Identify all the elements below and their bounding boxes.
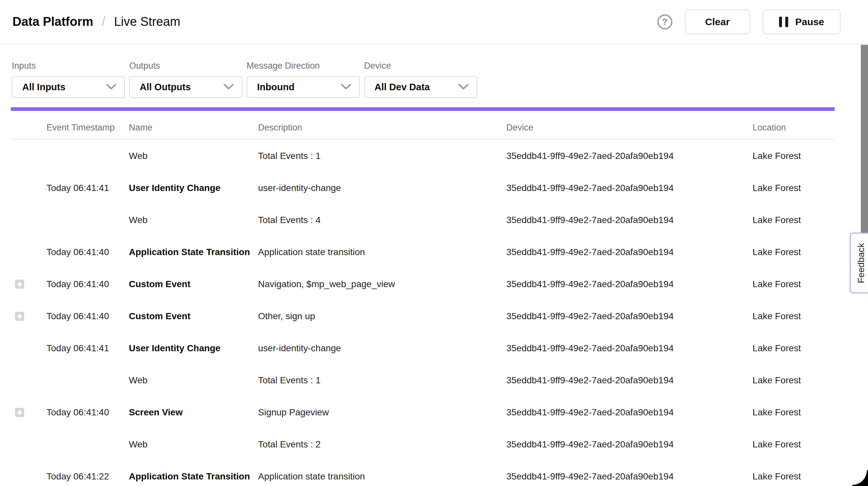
table-row[interactable]: Today 06:41:40 Screen View Signup Pagevi… <box>11 396 835 428</box>
table-row[interactable]: Today 06:41:40 Application State Transit… <box>11 236 835 268</box>
breadcrumb-separator: / <box>102 13 106 29</box>
event-name: Web <box>129 215 258 225</box>
chevron-down-icon <box>106 84 117 90</box>
table-row[interactable]: Web Total Events : 4 35eddb41-9ff9-49e2-… <box>11 204 835 236</box>
device-dropdown-value: All Dev Data <box>374 82 430 93</box>
event-device: 35eddb41-9ff9-49e2-7aed-20afa90eb194 <box>506 439 752 450</box>
event-name: Custom Event <box>129 311 258 322</box>
event-description: user-identity-change <box>258 183 506 193</box>
event-device: 35eddb41-9ff9-49e2-7aed-20afa90eb194 <box>506 183 752 193</box>
expand-cell <box>11 344 46 353</box>
filter-inputs: Inputs All Inputs <box>12 61 125 98</box>
filter-bar: Inputs All Inputs Outputs All Outputs Me… <box>12 61 477 98</box>
event-device: 35eddb41-9ff9-49e2-7aed-20afa90eb194 <box>506 407 752 418</box>
chevron-down-icon <box>223 84 234 90</box>
column-header-device: Device <box>506 123 752 133</box>
expand-cell <box>11 151 46 160</box>
clear-button[interactable]: Clear <box>685 9 750 34</box>
top-bar: Data Platform / Live Stream ? Clear Paus… <box>0 0 868 44</box>
event-description: Total Events : 1 <box>258 151 506 161</box>
message-direction-dropdown[interactable]: Inbound <box>247 76 360 98</box>
event-device: 35eddb41-9ff9-49e2-7aed-20afa90eb194 <box>506 247 752 257</box>
pause-button[interactable]: Pause <box>763 9 840 34</box>
event-timestamp: Today 06:41:40 <box>46 407 129 418</box>
accent-divider <box>11 107 835 111</box>
pause-button-label: Pause <box>796 17 824 28</box>
event-location: Lake Forest <box>752 471 835 482</box>
event-name: Web <box>129 151 258 161</box>
event-device: 35eddb41-9ff9-49e2-7aed-20afa90eb194 <box>506 471 752 482</box>
event-name: User Identity Change <box>129 183 258 193</box>
expand-cell <box>11 248 46 257</box>
expand-plus-icon[interactable] <box>15 408 24 417</box>
table-header: Event Timestamp Name Description Device … <box>11 111 835 139</box>
filter-inputs-label: Inputs <box>12 61 125 71</box>
event-name: User Identity Change <box>129 343 258 354</box>
filter-outputs: Outputs All Outputs <box>129 61 242 98</box>
table-row[interactable]: Today 06:41:40 Custom Event Other, sign … <box>11 300 835 332</box>
event-name: Screen View <box>129 407 258 418</box>
event-device: 35eddb41-9ff9-49e2-7aed-20afa90eb194 <box>506 343 752 354</box>
vertical-scrollbar[interactable] <box>861 45 868 233</box>
event-timestamp: Today 06:41:22 <box>46 471 129 482</box>
expand-cell <box>11 440 46 449</box>
event-description: Other, sign up <box>258 311 506 322</box>
table-row[interactable]: Web Total Events : 1 35eddb41-9ff9-49e2-… <box>11 140 835 172</box>
event-name: Application State Transition <box>129 247 258 257</box>
event-timestamp: Today 06:41:41 <box>46 343 129 354</box>
table-row[interactable]: Today 06:41:41 User Identity Change user… <box>11 172 835 204</box>
event-location: Lake Forest <box>752 407 835 418</box>
table-row[interactable]: Web Total Events : 2 35eddb41-9ff9-49e2-… <box>11 428 835 460</box>
event-device: 35eddb41-9ff9-49e2-7aed-20afa90eb194 <box>506 375 752 386</box>
breadcrumb: Data Platform / Live Stream <box>12 14 180 30</box>
inputs-dropdown[interactable]: All Inputs <box>12 76 125 98</box>
event-name: Custom Event <box>129 279 258 290</box>
screen-corner <box>852 470 868 486</box>
expand-plus-icon[interactable] <box>15 312 24 321</box>
table-row[interactable]: Today 06:41:40 Custom Event Navigation, … <box>11 268 835 300</box>
expand-plus-icon[interactable] <box>15 280 24 289</box>
expand-cell <box>11 408 46 417</box>
column-header-location: Location <box>752 123 835 133</box>
event-name: Web <box>129 439 258 450</box>
event-description: Total Events : 4 <box>258 215 506 225</box>
live-stream-screen: Data Platform / Live Stream ? Clear Paus… <box>0 0 868 486</box>
event-location: Lake Forest <box>752 311 835 322</box>
event-description: user-identity-change <box>258 343 506 354</box>
table-row[interactable]: Today 06:41:41 User Identity Change user… <box>11 332 835 364</box>
event-timestamp: Today 06:41:41 <box>46 183 129 193</box>
inputs-dropdown-value: All Inputs <box>22 82 65 93</box>
help-icon[interactable]: ? <box>657 14 673 29</box>
event-location: Lake Forest <box>752 375 835 386</box>
breadcrumb-data-platform[interactable]: Data Platform <box>12 15 93 29</box>
event-device: 35eddb41-9ff9-49e2-7aed-20afa90eb194 <box>506 215 752 225</box>
expand-cell <box>11 183 46 193</box>
clear-button-label: Clear <box>705 17 730 28</box>
chevron-down-icon <box>341 84 351 90</box>
table-row[interactable]: Today 06:41:22 Application State Transit… <box>11 460 835 486</box>
feedback-tab[interactable]: Feedback <box>850 233 868 293</box>
expand-cell <box>11 376 46 385</box>
table-row[interactable]: Web Total Events : 1 35eddb41-9ff9-49e2-… <box>11 364 835 396</box>
message-direction-dropdown-value: Inbound <box>257 82 294 93</box>
event-device: 35eddb41-9ff9-49e2-7aed-20afa90eb194 <box>506 279 752 290</box>
column-header-event-timestamp: Event Timestamp <box>46 123 129 133</box>
chevron-down-icon <box>458 84 469 90</box>
filter-device: Device All Dev Data <box>364 61 477 98</box>
filter-message-direction-label: Message Direction <box>247 61 360 71</box>
filter-device-label: Device <box>364 61 477 71</box>
outputs-dropdown[interactable]: All Outputs <box>129 76 242 98</box>
event-description: Navigation, $mp_web_page_view <box>258 279 506 290</box>
event-location: Lake Forest <box>752 343 835 354</box>
event-description: Signup Pageview <box>258 407 506 418</box>
event-description: Total Events : 2 <box>258 439 506 450</box>
expand-cell <box>11 312 46 321</box>
expand-cell <box>11 280 46 289</box>
feedback-tab-label: Feedback <box>856 243 866 283</box>
event-description: Total Events : 1 <box>258 375 506 386</box>
device-dropdown[interactable]: All Dev Data <box>364 76 477 98</box>
event-description: Application state transition <box>258 471 506 482</box>
event-location: Lake Forest <box>752 439 835 450</box>
event-description: Application state transition <box>258 247 506 257</box>
event-location: Lake Forest <box>752 183 835 193</box>
